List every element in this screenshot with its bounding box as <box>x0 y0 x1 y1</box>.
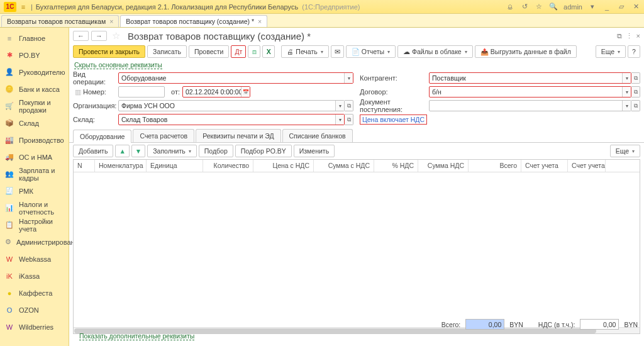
post-button[interactable]: Провести <box>189 45 229 58</box>
sidebar-item[interactable]: 📊Налоги и отчетность <box>0 199 69 216</box>
column-header[interactable]: Счет учета <box>521 160 568 172</box>
detail-tab[interactable]: Реквизиты печати и ЭД <box>196 129 280 142</box>
grid-more-button[interactable]: Еще▾ <box>610 145 640 157</box>
tree-icon[interactable]: ⧈ <box>248 45 260 58</box>
column-header[interactable]: % НДС <box>374 160 418 172</box>
sidebar-icon: 🏭 <box>5 136 14 144</box>
more-button[interactable]: Еще▾ <box>596 45 626 58</box>
minimize-icon[interactable]: _ <box>602 3 611 11</box>
search-icon[interactable]: 🔍 <box>549 3 558 11</box>
edit-rows-button[interactable]: Изменить <box>294 145 335 157</box>
sidebar-item[interactable]: 👥Зарплата и кадры <box>0 165 69 182</box>
persp-tab-list[interactable]: Возвраты товаров поставщикам× <box>1 15 119 27</box>
column-header[interactable]: Цена с НДС <box>253 160 314 172</box>
column-header[interactable]: Счет учета НДС <box>568 160 606 172</box>
sidebar-item[interactable]: iKiKassa <box>0 267 69 284</box>
export-button[interactable]: 📤 Выгрузить данные в файл <box>475 45 577 58</box>
sidebar-item[interactable]: 🏭Производство <box>0 131 69 148</box>
sidebar-item[interactable]: 🛒Покупки и продажи <box>0 98 69 114</box>
detail-tab[interactable]: Списание бланков <box>282 129 353 142</box>
sidebar-item[interactable]: WWebkassa <box>0 250 69 267</box>
sidebar: ≡Главное✱PO.BY👤Руководителю🪙Банк и касса… <box>0 28 69 346</box>
envelope-icon[interactable]: ✉ <box>331 45 344 58</box>
column-header[interactable]: Номенклатура <box>95 160 147 172</box>
column-header[interactable]: Количество <box>203 160 253 172</box>
ctr-open-icon[interactable]: ⧉ <box>631 72 640 84</box>
wh-open-icon[interactable]: ⧉ <box>345 114 353 125</box>
perspective-tabs: Возвраты товаров поставщикам× Возврат то… <box>0 14 644 28</box>
hide-requisites-link[interactable]: Скрыть основные реквизиты <box>74 61 162 69</box>
barcode-icon[interactable]: ▥ <box>73 88 83 96</box>
sidebar-item[interactable]: 🧾РМК <box>0 182 69 199</box>
sidebar-item[interactable]: WWildberries <box>0 318 69 335</box>
user-dropdown-icon[interactable]: ▾ <box>588 3 597 11</box>
add-row-button[interactable]: Добавить <box>73 145 113 157</box>
nav-forward-button[interactable]: → <box>91 31 107 41</box>
pick-button[interactable]: Подбор <box>199 145 233 157</box>
favorite-icon[interactable]: ☆ <box>535 3 543 11</box>
docrec-open-icon[interactable]: ⧉ <box>631 100 640 111</box>
sidebar-item-label: OZON <box>19 306 39 314</box>
receipt-doc-input[interactable]: ▾ <box>429 100 631 111</box>
persp-tab-doc[interactable]: Возврат товаров поставщику (создание) *× <box>120 15 267 27</box>
column-header[interactable]: Сумма с НДС <box>314 160 374 172</box>
write-button[interactable]: Записать <box>147 45 187 58</box>
user-label[interactable]: admin <box>564 3 582 11</box>
close-icon[interactable]: × <box>636 32 640 40</box>
more-icon[interactable]: ⋮ <box>626 32 633 40</box>
menu-icon[interactable]: ≡ <box>19 3 28 11</box>
column-header[interactable]: N <box>74 160 95 172</box>
cloud-files-button[interactable]: ☁ Файлы в облаке▾ <box>397 45 473 58</box>
move-down-icon[interactable]: ▼ <box>131 145 145 157</box>
warehouse-input[interactable]: Склад Товаров▾ <box>118 114 345 125</box>
number-input[interactable] <box>118 86 165 98</box>
pick-poby-button[interactable]: Подбор PO.BY <box>235 145 292 157</box>
contract-input[interactable]: б/н▾ <box>429 86 631 98</box>
counterparty-input[interactable]: Поставщик▾ <box>429 72 631 84</box>
sidebar-item[interactable]: 🚚ОС и НМА <box>0 148 69 165</box>
sidebar-item[interactable]: 📋Настройки учета <box>0 216 69 233</box>
operation-type-input[interactable]: Оборудование▾ <box>118 72 353 84</box>
star-icon[interactable]: ☆ <box>112 30 120 42</box>
detail-tab[interactable]: Счета расчетов <box>133 129 194 142</box>
excel-icon[interactable]: X <box>262 45 275 58</box>
detail-tab[interactable]: Оборудование <box>73 130 131 143</box>
org-input[interactable]: Фирма УСН ООО▾ <box>118 100 345 111</box>
dog-label: Договор: <box>360 88 429 96</box>
sidebar-item[interactable]: OOZON <box>0 301 69 318</box>
wh-label: Склад: <box>73 116 118 123</box>
close-icon[interactable]: × <box>258 18 262 25</box>
sidebar-item[interactable]: ✱PO.BY <box>0 47 69 64</box>
column-header[interactable]: Единица <box>147 160 203 172</box>
sidebar-item[interactable]: 📦Склад <box>0 114 69 131</box>
items-grid[interactable]: NНоменклатураЕдиницаКоличествоЦена с НДС… <box>73 159 640 334</box>
help-button[interactable]: ? <box>628 45 640 58</box>
column-header[interactable]: Сумма НДС <box>418 160 469 172</box>
fill-button[interactable]: Заполнить▾ <box>147 145 197 157</box>
move-up-icon[interactable]: ▲ <box>115 145 129 157</box>
maximize-icon[interactable]: ▱ <box>617 3 626 11</box>
nav-back-button[interactable]: ← <box>73 31 89 41</box>
history-icon[interactable]: ↺ <box>520 3 529 11</box>
column-header[interactable]: Всего <box>469 160 521 172</box>
dt-kt-icon[interactable]: Дт <box>231 45 246 58</box>
sidebar-item[interactable]: ≡Главное <box>0 30 69 47</box>
docrec-label: Документ поступления: <box>360 98 429 113</box>
detail-tabs: ОборудованиеСчета расчетовРеквизиты печа… <box>69 126 644 143</box>
close-window-icon[interactable]: ✕ <box>631 3 640 11</box>
date-input[interactable]: 02.12.2024 0:00:00📅 <box>182 86 250 98</box>
show-extra-req-link[interactable]: Показать дополнительные реквизиты <box>79 332 194 340</box>
sidebar-item[interactable]: ●Каффеста <box>0 284 69 301</box>
post-and-close-button[interactable]: Провести и закрыть <box>73 45 145 58</box>
bell-icon[interactable]: 🕭 <box>506 3 514 11</box>
org-open-icon[interactable]: ⧉ <box>345 100 353 111</box>
reports-button[interactable]: 📄 Отчеты▾ <box>346 45 396 58</box>
link-icon[interactable]: ⧉ <box>617 32 622 40</box>
sidebar-item[interactable]: 👤Руководителю <box>0 64 69 81</box>
sidebar-item[interactable]: 🪙Банк и касса <box>0 81 69 98</box>
close-icon[interactable]: × <box>109 18 113 25</box>
sidebar-item[interactable]: ⚙Администрирование <box>0 233 69 250</box>
nds-mode-link[interactable]: Цена включает НДС <box>360 114 427 125</box>
dog-open-icon[interactable]: ⧉ <box>631 86 640 98</box>
print-button[interactable]: 🖨 Печать▾ <box>281 45 328 58</box>
